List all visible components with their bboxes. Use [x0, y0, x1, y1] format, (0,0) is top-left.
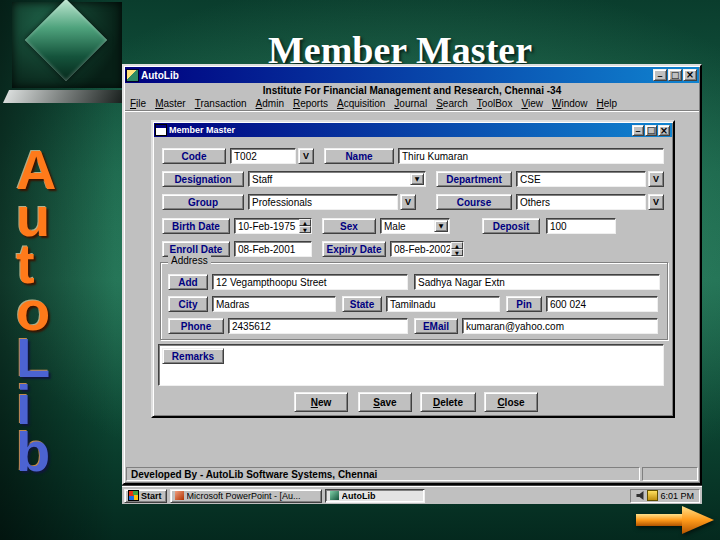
- window-controls: [653, 69, 697, 81]
- designation-combo[interactable]: Staff: [248, 171, 426, 187]
- spinner-down-icon[interactable]: [299, 226, 311, 233]
- member-master-window: Member Master Code V Name Designat: [151, 120, 675, 418]
- save-button[interactable]: Save: [358, 392, 412, 412]
- menu-master[interactable]: Master: [155, 98, 186, 109]
- arrow-shaft: [636, 514, 684, 526]
- tray-status-icon[interactable]: [648, 491, 657, 500]
- department-label: Department: [436, 171, 512, 187]
- spinner-up-icon[interactable]: [451, 242, 463, 249]
- windows-logo-icon: [129, 491, 138, 500]
- address-group-label: Address: [168, 255, 211, 266]
- start-label: Start: [141, 491, 162, 501]
- expiry-date-spinner[interactable]: [451, 242, 463, 256]
- remarks-box[interactable]: [158, 344, 664, 386]
- designation-dropdown-button[interactable]: [410, 173, 424, 185]
- department-v-button[interactable]: V: [648, 171, 664, 187]
- menu-help[interactable]: Help: [597, 98, 618, 109]
- expiry-date-label: Expiry Date: [322, 241, 386, 257]
- department-input[interactable]: [516, 171, 646, 187]
- taskbar: Start Microsoft PowerPoint - [Au... Auto…: [122, 486, 702, 504]
- menu-search[interactable]: Search: [436, 98, 468, 109]
- course-v-button[interactable]: V: [648, 194, 664, 210]
- menubar: File Master Transaction Admin Reports Ac…: [125, 97, 699, 111]
- code-v-button[interactable]: V: [298, 148, 314, 164]
- task-powerpoint-label: Microsoft PowerPoint - [Au...: [187, 491, 301, 501]
- deposit-input[interactable]: [546, 218, 616, 234]
- sex-dropdown-button[interactable]: [434, 220, 448, 232]
- app-title: AutoLib: [141, 70, 179, 81]
- app-titlebar[interactable]: AutoLib: [125, 67, 699, 83]
- form-close-window-button[interactable]: [658, 125, 670, 136]
- new-button[interactable]: New: [294, 392, 348, 412]
- menu-view[interactable]: View: [521, 98, 543, 109]
- form-maximize-button[interactable]: [645, 125, 657, 136]
- birth-date-label: Birth Date: [162, 218, 230, 234]
- menu-window[interactable]: Window: [552, 98, 588, 109]
- city-label: City: [168, 296, 208, 312]
- task-autolib[interactable]: AutoLib: [325, 489, 425, 503]
- spinner-down-icon[interactable]: [451, 249, 463, 256]
- menu-acquisition[interactable]: Acquisition: [337, 98, 385, 109]
- start-button[interactable]: Start: [124, 489, 167, 503]
- menu-file[interactable]: File: [130, 98, 146, 109]
- autolib-logo: [6, 2, 128, 108]
- status-bar: Developed By - AutoLib Software Systems,…: [125, 466, 699, 482]
- code-label: Code: [162, 148, 226, 164]
- task-powerpoint[interactable]: Microsoft PowerPoint - [Au...: [170, 489, 322, 503]
- org-line: Institute For Financial Management and R…: [125, 84, 699, 97]
- enroll-date-input[interactable]: [234, 241, 312, 257]
- status-panel-right: [642, 467, 698, 481]
- course-input[interactable]: [516, 194, 646, 210]
- delete-button[interactable]: Delete: [420, 392, 476, 412]
- phone-input[interactable]: [228, 318, 408, 334]
- tray-clock: 6:01 PM: [660, 491, 694, 501]
- sex-value: Male: [384, 221, 406, 232]
- group-v-button[interactable]: V: [400, 194, 416, 210]
- form-body: Code V Name Designation Staff Department…: [154, 138, 672, 415]
- powerpoint-icon: [175, 491, 184, 500]
- form-minimize-button[interactable]: [632, 125, 644, 136]
- menu-transaction[interactable]: Transaction: [195, 98, 247, 109]
- new-button-label: New: [295, 397, 347, 408]
- minimize-button[interactable]: [653, 69, 667, 81]
- volume-icon[interactable]: [636, 491, 645, 500]
- spinner-up-icon[interactable]: [299, 219, 311, 226]
- delete-button-label: Delete: [421, 397, 475, 408]
- name-input[interactable]: [398, 148, 664, 164]
- menu-journal[interactable]: Journal: [394, 98, 427, 109]
- sex-label: Sex: [322, 218, 376, 234]
- form-titlebar[interactable]: Member Master: [154, 123, 672, 137]
- deposit-label: Deposit: [482, 218, 540, 234]
- pin-input[interactable]: [546, 296, 658, 312]
- arrow-head-icon: [682, 506, 714, 534]
- pin-label: Pin: [506, 296, 542, 312]
- email-input[interactable]: [462, 318, 658, 334]
- logo-swoosh: [3, 90, 131, 103]
- birth-date-spinner[interactable]: [299, 219, 311, 233]
- address-line1-input[interactable]: [212, 274, 408, 290]
- brand-vertical-text: A u t o L i b: [16, 146, 112, 475]
- close-button[interactable]: Close: [484, 392, 538, 412]
- maximize-button[interactable]: [668, 69, 682, 81]
- phone-label: Phone: [168, 318, 224, 334]
- form-window-controls: [632, 125, 670, 136]
- email-label: EMail: [414, 318, 458, 334]
- address-label: Add: [168, 274, 208, 290]
- next-arrow[interactable]: [636, 506, 714, 534]
- remarks-label: Remarks: [162, 348, 224, 364]
- menu-toolbox[interactable]: ToolBox: [477, 98, 513, 109]
- menu-admin[interactable]: Admin: [256, 98, 284, 109]
- client-area: Member Master Code V Name Designat: [125, 112, 699, 464]
- form-icon: [156, 125, 166, 135]
- designation-value: Staff: [252, 174, 272, 185]
- code-input[interactable]: [230, 148, 296, 164]
- close-window-button[interactable]: [683, 69, 697, 81]
- state-input[interactable]: [386, 296, 500, 312]
- city-input[interactable]: [212, 296, 336, 312]
- course-label: Course: [436, 194, 512, 210]
- address-line2-input[interactable]: [414, 274, 660, 290]
- sex-combo[interactable]: Male: [380, 218, 450, 234]
- menu-reports[interactable]: Reports: [293, 98, 328, 109]
- save-button-label: Save: [359, 397, 411, 408]
- group-input[interactable]: [248, 194, 398, 210]
